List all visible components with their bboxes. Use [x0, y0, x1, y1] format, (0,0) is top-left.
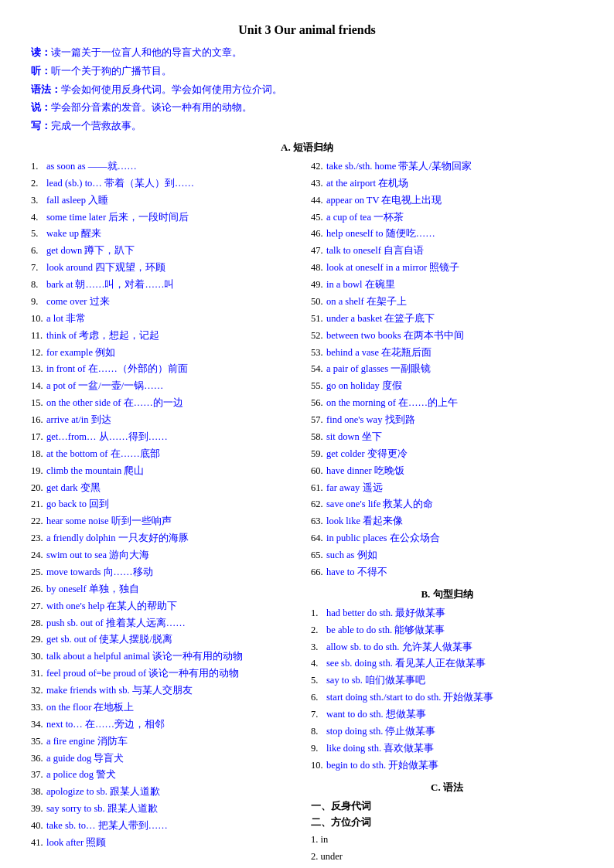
- list-item: 6.start doing sth./start to do sth. 开始做某…: [311, 689, 583, 706]
- list-item: 25.move towards 向……移动: [31, 564, 303, 581]
- list-item: 13.in front of 在……（外部的）前面: [31, 361, 303, 378]
- list-item: 66.have to 不得不: [311, 564, 583, 581]
- intro-line-2: 听：听一个关于狗的广播节目。: [31, 63, 583, 80]
- intro-label-2: 听：: [31, 65, 51, 77]
- list-item: 5.say to sb. 咱们做某事吧: [311, 672, 583, 689]
- list-item: 8.bark at 朝……叫，对着……叫: [31, 277, 303, 294]
- intro-label-5: 写：: [31, 120, 51, 131]
- list-item: 4.some time later 后来，一段时间后: [31, 209, 303, 226]
- list-item: 54.a pair of glasses 一副眼镜: [311, 361, 583, 378]
- intro-text-5: 完成一个营救故事。: [51, 120, 142, 131]
- list-item: 10.a lot 非常: [31, 311, 303, 328]
- list-item: 18.at the bottom of 在……底部: [31, 446, 303, 463]
- intro-line-4: 说：学会部分音素的发音。谈论一种有用的动物。: [31, 100, 583, 116]
- list-item: 46.help oneself to 随便吃……: [311, 226, 583, 243]
- left-column: 1.as soon as ——就……2.lead (sb.) to… 带着（某人…: [31, 158, 303, 868]
- list-item: 3.allow sb. to do sth. 允许某人做某事: [311, 639, 583, 656]
- list-item: 8.stop doing sth. 停止做某事: [311, 723, 583, 740]
- list-item: 59.get colder 变得更冷: [311, 446, 583, 463]
- page-title: Unit 3 Our animal friends: [31, 23, 583, 37]
- list-item: 9.come over 过来: [31, 294, 303, 311]
- list-item: 63.look like 看起来像: [311, 513, 583, 530]
- grammar-item: 一、反身代词: [311, 798, 583, 815]
- intro-text-3: 学会如何使用反身代词。学会如何使用方位介词。: [61, 83, 282, 95]
- list-item: 34.next to… 在……旁边，相邻: [31, 717, 303, 734]
- intro-label-4: 说：: [31, 101, 51, 113]
- list-item: 36.a guide dog 导盲犬: [31, 751, 303, 768]
- intro-label-3: 语法：: [31, 83, 61, 95]
- list-item: 11.think of 考虑，想起，记起: [31, 328, 303, 345]
- list-item: 26.by oneself 单独，独自: [31, 581, 303, 598]
- list-item: 9.like doing sth. 喜欢做某事: [311, 740, 583, 757]
- list-item: 27.with one's help 在某人的帮助下: [31, 598, 303, 615]
- grammar-item: 二、方位介词: [311, 815, 583, 832]
- list-item: 44.appear on TV 在电视上出现: [311, 192, 583, 209]
- list-item: 10.begin to do sth. 开始做某事: [311, 757, 583, 774]
- list-item: 45.a cup of tea 一杯茶: [311, 209, 583, 226]
- section-a-header: A. 短语归纳: [31, 141, 583, 155]
- intro-label-1: 读：: [31, 46, 51, 58]
- list-item: 2.be able to do sth. 能够做某事: [311, 622, 583, 639]
- list-item: 51.under a basket 在篮子底下: [311, 311, 583, 328]
- list-item: 57.find one's way 找到路: [311, 412, 583, 429]
- list-item: 5.wake up 醒来: [31, 226, 303, 243]
- list-item: 4.see sb. doing sth. 看见某人正在做某事: [311, 655, 583, 672]
- list-item: 61.far away 遥远: [311, 480, 583, 497]
- list-item: 3.fall asleep 入睡: [31, 192, 303, 209]
- list-item: 12.for example 例如: [31, 345, 303, 362]
- list-item: 28.push sb. out of 推着某人远离……: [31, 615, 303, 632]
- intro-line-5: 写：完成一个营救故事。: [31, 118, 583, 134]
- list-item: 42.take sb./sth. home 带某人/某物回家: [311, 158, 583, 175]
- list-item: 53.behind a vase 在花瓶后面: [311, 345, 583, 362]
- list-item: 47.talk to oneself 自言自语: [311, 243, 583, 260]
- list-item: 19.climb the mountain 爬山: [31, 463, 303, 480]
- list-item: 6.get down 蹲下，趴下: [31, 243, 303, 260]
- list-item: 40.take sb. to… 把某人带到……: [31, 818, 303, 835]
- list-item: 55.go on holiday 度假: [311, 378, 583, 395]
- list-item: 38.apologize to sb. 跟某人道歉: [31, 784, 303, 801]
- list-item: 24.swim out to sea 游向大海: [31, 547, 303, 564]
- list-item: 7.look around 四下观望，环顾: [31, 260, 303, 277]
- list-item: 64.in public places 在公众场合: [311, 530, 583, 547]
- intro-text-4: 学会部分音素的发音。谈论一种有用的动物。: [51, 101, 252, 113]
- list-item: 52.between two books 在两本书中间: [311, 328, 583, 345]
- intro-line-1: 读：读一篇关于一位盲人和他的导盲犬的文章。: [31, 45, 583, 61]
- list-item: 56.on the morning of 在……的上午: [311, 395, 583, 412]
- section-b-header: B. 句型归纳: [311, 587, 583, 601]
- right-column: 42.take sb./sth. home 带某人/某物回家43.at the …: [311, 158, 583, 868]
- list-item: 23.a friendly dolphin 一只友好的海豚: [31, 530, 303, 547]
- list-item: 49.in a bowl 在碗里: [311, 277, 583, 294]
- list-item: 50.on a shelf 在架子上: [311, 294, 583, 311]
- list-item: 2.lead (sb.) to… 带着（某人）到……: [31, 175, 303, 192]
- list-item: 17.get…from… 从……得到……: [31, 429, 303, 446]
- list-item: 62.save one's life 救某人的命: [311, 496, 583, 513]
- intro-text-2: 听一个关于狗的广播节目。: [51, 65, 172, 77]
- list-item: 39.say sorry to sb. 跟某人道歉: [31, 801, 303, 818]
- list-item: 1.as soon as ——就……: [31, 158, 303, 175]
- list-item: 35.a fire engine 消防车: [31, 734, 303, 751]
- list-item: 15.on the other side of 在……的一边: [31, 395, 303, 412]
- list-item: 14.a pot of 一盆/一壶/一锅……: [31, 378, 303, 395]
- list-item: 20.get dark 变黑: [31, 480, 303, 497]
- grammar-item: 2. under: [311, 849, 583, 866]
- section-c-header: C. 语法: [311, 781, 583, 795]
- list-item: 22.hear some noise 听到一些响声: [31, 513, 303, 530]
- list-item: 60.have dinner 吃晚饭: [311, 463, 583, 480]
- list-item: 32.make friends with sb. 与某人交朋友: [31, 682, 303, 700]
- list-item: 30.talk about a helpful animal 谈论一种有用的动物: [31, 648, 303, 665]
- list-item: 16.arrive at/in 到达: [31, 412, 303, 429]
- list-item: 33.on the floor 在地板上: [31, 700, 303, 717]
- intro-section: 读：读一篇关于一位盲人和他的导盲犬的文章。 听：听一个关于狗的广播节目。 语法：…: [31, 45, 583, 134]
- list-item: 48.look at oneself in a mirror 照镜子: [311, 260, 583, 277]
- list-item: 65.such as 例如: [311, 547, 583, 564]
- grammar-item: 1. in: [311, 832, 583, 849]
- list-item: 29.get sb. out of 使某人摆脱/脱离: [31, 631, 303, 648]
- list-item: 43.at the airport 在机场: [311, 175, 583, 192]
- list-item: 1.had better do sth. 最好做某事: [311, 605, 583, 622]
- intro-text-1: 读一篇关于一位盲人和他的导盲犬的文章。: [51, 46, 242, 58]
- list-item: 31.feel proud of=be proud of 谈论一种有用的动物: [31, 665, 303, 682]
- list-item: 41.look after 照顾: [31, 835, 303, 852]
- list-item: 37.a police dog 警犬: [31, 767, 303, 784]
- intro-line-3: 语法：学会如何使用反身代词。学会如何使用方位介词。: [31, 82, 583, 98]
- list-item: 7.want to do sth. 想做某事: [311, 706, 583, 723]
